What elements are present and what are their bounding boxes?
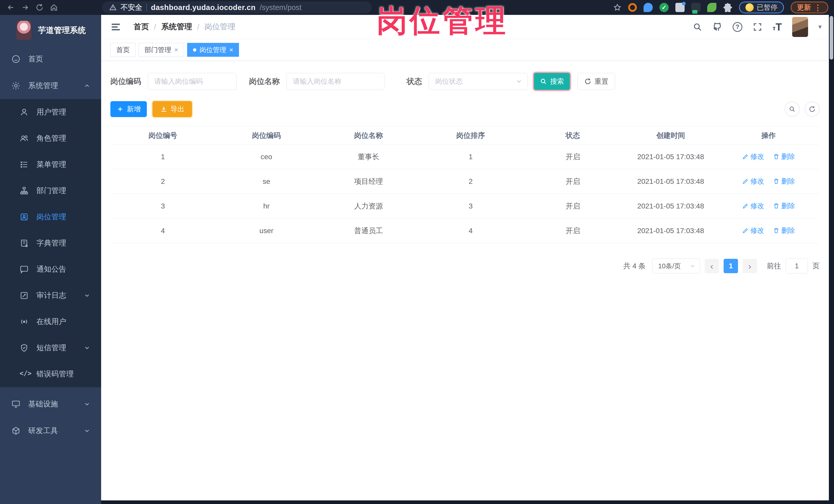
extension-icon[interactable] (707, 3, 717, 12)
sidebar-item-audit-log[interactable]: 审计日志 (0, 282, 101, 309)
sidebar-item-departments[interactable]: 部门管理 (0, 178, 101, 204)
update-browser-button[interactable]: 更新 ⋮ (791, 2, 828, 13)
box-icon (11, 426, 21, 435)
extension-icon[interactable]: ✓ (659, 3, 669, 12)
sidebar-item-home[interactable]: 首页 (0, 46, 101, 72)
sidebar-item-dict[interactable]: 字典管理 (0, 230, 101, 256)
delete-link[interactable]: 删除 (773, 152, 795, 161)
cell-post-code: hr (215, 194, 317, 219)
sidebar-item-label: 角色管理 (37, 133, 66, 144)
reset-button[interactable]: 重置 (577, 73, 615, 90)
prev-page-button[interactable]: ‹ (705, 259, 719, 273)
goto-page-input[interactable] (786, 259, 808, 273)
cell-created-time: 2021-01-05 17:03:48 (624, 194, 718, 219)
sidebar-item-online-users[interactable]: 在线用户 (0, 309, 101, 335)
extension-icon[interactable] (643, 3, 653, 12)
delete-link[interactable]: 删除 (773, 177, 795, 186)
chevron-down-icon (516, 78, 522, 85)
home-icon[interactable] (47, 3, 61, 12)
extension-icon[interactable] (628, 3, 637, 12)
sidebar-item-posts[interactable]: 岗位管理 (0, 204, 101, 230)
delete-link[interactable]: 删除 (773, 226, 795, 235)
font-size-icon[interactable]: тT (773, 22, 782, 32)
home-face-icon (11, 54, 21, 64)
browser-scrollbar[interactable] (829, 15, 834, 504)
post-code-input[interactable] (148, 73, 237, 90)
chevron-down-icon (84, 428, 90, 434)
sidebar-item-label: 用户管理 (37, 107, 66, 117)
hamburger-menu-icon[interactable] (110, 22, 121, 32)
breadcrumb-home[interactable]: 首页 (133, 22, 149, 32)
app-logo-row[interactable]: 芋道管理系统 (0, 15, 101, 46)
fullscreen-icon[interactable] (753, 22, 762, 32)
tab-posts-active[interactable]: 岗位管理 × (187, 43, 239, 57)
edit-link[interactable]: 修改 (742, 201, 764, 211)
puzzle-extension-icon[interactable] (723, 3, 732, 12)
post-name-input[interactable] (286, 73, 385, 90)
toggle-search-button[interactable] (785, 102, 799, 116)
bookmark-star-icon[interactable] (613, 3, 621, 12)
refresh-button[interactable] (805, 102, 820, 116)
extension-icon[interactable] (691, 3, 701, 12)
extension-icon[interactable] (675, 3, 685, 12)
address-bar[interactable]: 不安全 dashboard.yudao.iocoder.cn/system/po… (102, 2, 372, 13)
system-submenu: 用户管理 角色管理 菜单管理 部门管理 岗位管理 字典管理 (0, 99, 101, 387)
github-icon[interactable] (712, 22, 722, 32)
status-select[interactable]: 岗位状态 (429, 73, 528, 90)
edit-link[interactable]: 修改 (742, 152, 764, 161)
cell-post-name: 普通员工 (317, 219, 420, 243)
user-avatar[interactable] (792, 17, 808, 37)
sidebar-item-menus[interactable]: 菜单管理 (0, 152, 101, 178)
page-size-select[interactable]: 10条/页 (652, 259, 700, 273)
breadcrumb-section[interactable]: 系统管理 (161, 22, 192, 32)
goto-label: 前往 (767, 261, 781, 271)
app-title: 芋道管理系统 (38, 25, 86, 36)
tab-departments[interactable]: 部门管理 × (139, 43, 184, 57)
cell-post-id: 2 (110, 169, 215, 194)
sidebar-item-infrastructure[interactable]: 基础设施 (0, 391, 101, 417)
export-button[interactable]: 导出 (152, 101, 192, 117)
back-icon[interactable] (4, 3, 18, 12)
close-icon[interactable]: × (229, 46, 233, 54)
sidebar-item-error-codes[interactable]: </> 错误码管理 (0, 361, 101, 387)
online-signal-icon (20, 317, 29, 326)
breadcrumb-separator: / (197, 23, 199, 31)
search-button[interactable]: 搜索 (534, 73, 570, 90)
sidebar-item-dev-tools[interactable]: 研发工具 (0, 417, 101, 444)
badge-icon (20, 212, 29, 222)
caret-down-icon[interactable]: ▾ (818, 23, 822, 31)
page-unit-label: 页 (812, 261, 820, 271)
forward-icon[interactable] (18, 3, 32, 12)
next-page-button[interactable]: › (743, 259, 757, 273)
kebab-menu-icon[interactable]: ⋮ (814, 3, 822, 12)
sidebar-item-users[interactable]: 用户管理 (0, 99, 101, 125)
scrollbar-thumb[interactable] (830, 16, 833, 60)
shield-icon (20, 343, 29, 352)
reload-icon[interactable] (32, 3, 47, 12)
app-logo (17, 21, 31, 40)
tab-home[interactable]: 首页 (110, 43, 135, 57)
page-number-button[interactable]: 1 (724, 259, 738, 273)
delete-link[interactable]: 删除 (773, 201, 795, 211)
cell-post-id: 1 (110, 145, 215, 169)
chevron-down-icon (84, 345, 90, 351)
paused-extension-badge[interactable]: 已暂停 (739, 2, 784, 13)
edit-link[interactable]: 修改 (742, 177, 764, 186)
paused-label: 已暂停 (757, 3, 777, 12)
search-icon[interactable] (693, 22, 702, 32)
breadcrumb-separator: / (154, 23, 156, 31)
cell-created-time: 2021-01-05 17:03:48 (624, 145, 718, 169)
close-icon[interactable]: × (174, 46, 178, 54)
post-code-label: 岗位编码 (110, 76, 141, 87)
search-button-label: 搜索 (550, 77, 564, 86)
sidebar-item-notices[interactable]: 通知公告 (0, 256, 101, 282)
export-button-label: 导出 (171, 105, 184, 114)
add-button[interactable]: 新增 (110, 101, 147, 117)
sidebar-item-system[interactable]: 系统管理 (0, 72, 101, 99)
not-secure-warning-icon (109, 4, 116, 11)
help-icon[interactable]: ? (732, 22, 742, 32)
sidebar-item-sms[interactable]: 短信管理 (0, 335, 101, 361)
gear-icon (11, 81, 21, 90)
edit-link[interactable]: 修改 (742, 226, 764, 235)
sidebar-item-roles[interactable]: 角色管理 (0, 125, 101, 152)
